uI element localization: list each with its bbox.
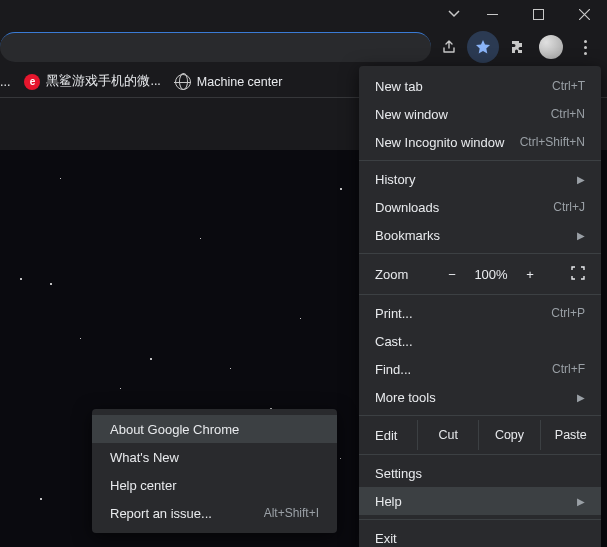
chevron-right-icon: ▶ — [577, 496, 585, 507]
menu-label: Cast... — [375, 334, 413, 349]
menu-shortcut: Ctrl+T — [552, 79, 585, 93]
minimize-button[interactable] — [469, 0, 515, 28]
menu-about-chrome[interactable]: About Google Chrome — [92, 415, 337, 443]
avatar[interactable] — [539, 35, 563, 59]
menu-more-tools[interactable]: More tools ▶ — [359, 383, 601, 411]
menu-label: New tab — [375, 79, 423, 94]
menu-label: Bookmarks — [375, 228, 440, 243]
tab-search-chevron[interactable] — [439, 0, 469, 28]
help-submenu: About Google Chrome What's New Help cent… — [92, 409, 337, 533]
kebab-icon — [584, 40, 587, 55]
menu-find[interactable]: Find... Ctrl+F — [359, 355, 601, 383]
menu-help-center[interactable]: Help center — [92, 471, 337, 499]
edit-label: Edit — [359, 428, 417, 443]
bookmark-label: Machine center — [197, 75, 282, 89]
menu-exit[interactable]: Exit — [359, 524, 601, 547]
svg-rect-0 — [487, 14, 498, 15]
menu-shortcut: Ctrl+P — [551, 306, 585, 320]
share-icon[interactable] — [433, 31, 465, 63]
menu-separator — [359, 294, 601, 295]
svg-rect-1 — [533, 9, 543, 19]
menu-shortcut: Ctrl+N — [551, 107, 585, 121]
menu-help[interactable]: Help ▶ — [359, 487, 601, 515]
menu-label: New window — [375, 107, 448, 122]
extensions-icon[interactable] — [501, 31, 533, 63]
maximize-button[interactable] — [515, 0, 561, 28]
menu-new-incognito[interactable]: New Incognito window Ctrl+Shift+N — [359, 128, 601, 156]
menu-bookmarks[interactable]: Bookmarks ▶ — [359, 221, 601, 249]
chevron-right-icon: ▶ — [577, 174, 585, 185]
menu-label: History — [375, 172, 415, 187]
fullscreen-button[interactable] — [563, 266, 593, 283]
bookmark-item[interactable]: Machine center — [175, 74, 282, 90]
bookmark-star-icon[interactable] — [467, 31, 499, 63]
menu-separator — [359, 519, 601, 520]
zoom-value: 100% — [469, 267, 513, 282]
bookmark-item[interactable]: ... — [0, 75, 10, 89]
menu-separator — [359, 415, 601, 416]
chrome-menu-button[interactable] — [569, 31, 601, 63]
menu-label: New Incognito window — [375, 135, 504, 150]
edit-paste-button[interactable]: Paste — [540, 420, 601, 450]
menu-label: Help — [375, 494, 402, 509]
menu-zoom: Zoom − 100% + — [359, 258, 601, 290]
close-button[interactable] — [561, 0, 607, 28]
menu-separator — [359, 253, 601, 254]
chevron-right-icon: ▶ — [577, 392, 585, 403]
menu-label: More tools — [375, 390, 436, 405]
menu-history[interactable]: History ▶ — [359, 165, 601, 193]
menu-settings[interactable]: Settings — [359, 459, 601, 487]
menu-shortcut: Ctrl+Shift+N — [520, 135, 585, 149]
bookmark-label: ... — [0, 75, 10, 89]
bookmark-label: 黑鲨游戏手机的微... — [46, 73, 160, 90]
menu-label: Downloads — [375, 200, 439, 215]
menu-whats-new[interactable]: What's New — [92, 443, 337, 471]
menu-new-window[interactable]: New window Ctrl+N — [359, 100, 601, 128]
chrome-main-menu: New tab Ctrl+T New window Ctrl+N New Inc… — [359, 66, 601, 547]
zoom-in-button[interactable]: + — [513, 267, 547, 282]
bookmark-item[interactable]: e 黑鲨游戏手机的微... — [24, 73, 160, 90]
menu-shortcut: Ctrl+J — [553, 200, 585, 214]
chevron-right-icon: ▶ — [577, 230, 585, 241]
zoom-label: Zoom — [375, 267, 435, 282]
menu-edit: Edit Cut Copy Paste — [359, 420, 601, 450]
menu-label: Find... — [375, 362, 411, 377]
globe-icon — [175, 74, 191, 90]
menu-label: Report an issue... — [110, 506, 212, 521]
menu-label: Help center — [110, 478, 176, 493]
edit-copy-button[interactable]: Copy — [478, 420, 539, 450]
address-bar[interactable] — [0, 32, 431, 62]
menu-label: About Google Chrome — [110, 422, 239, 437]
menu-shortcut: Alt+Shift+I — [264, 506, 319, 520]
menu-new-tab[interactable]: New tab Ctrl+T — [359, 72, 601, 100]
menu-print[interactable]: Print... Ctrl+P — [359, 299, 601, 327]
zoom-out-button[interactable]: − — [435, 267, 469, 282]
menu-label: Exit — [375, 531, 397, 546]
edit-cut-button[interactable]: Cut — [417, 420, 478, 450]
menu-label: What's New — [110, 450, 179, 465]
menu-separator — [359, 160, 601, 161]
menu-downloads[interactable]: Downloads Ctrl+J — [359, 193, 601, 221]
menu-separator — [359, 454, 601, 455]
menu-cast[interactable]: Cast... — [359, 327, 601, 355]
weibo-icon: e — [24, 74, 40, 90]
menu-report-issue[interactable]: Report an issue... Alt+Shift+I — [92, 499, 337, 527]
menu-label: Settings — [375, 466, 422, 481]
menu-label: Print... — [375, 306, 413, 321]
menu-shortcut: Ctrl+F — [552, 362, 585, 376]
